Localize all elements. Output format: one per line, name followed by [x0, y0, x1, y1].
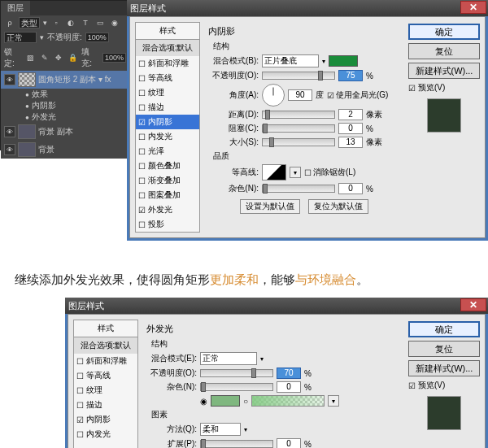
opacity-slider[interactable] — [200, 369, 273, 377]
layer-row-selected[interactable]: 👁 圆角矩形 2 副本 ▾ fx — [1, 71, 129, 89]
layer-row-bg[interactable]: 👁 背景 — [1, 141, 129, 159]
new-style-button[interactable]: 新建样式(W)... — [408, 360, 480, 376]
close-icon[interactable]: ✕ — [460, 298, 486, 311]
chevron-down-icon[interactable]: ▾ — [290, 167, 301, 178]
layer-thumb — [18, 72, 36, 87]
noise-input[interactable]: 0 — [338, 183, 363, 194]
preview-checkbox[interactable]: ☑预览(V) — [408, 380, 480, 391]
spread-input[interactable]: 0 — [277, 438, 301, 448]
blend-options[interactable]: 混合选项:默认 — [136, 40, 199, 56]
make-default-button[interactable]: 设置为默认值 — [240, 199, 300, 214]
cancel-button[interactable]: 复位 — [408, 341, 480, 357]
noise-slider[interactable] — [200, 383, 273, 391]
chevron-down-icon[interactable]: ▾ — [328, 395, 339, 407]
style-inner-glow[interactable]: 内发光 — [136, 129, 199, 144]
distance-input[interactable]: 2 — [338, 109, 363, 120]
visibility-icon[interactable]: 👁 — [4, 126, 15, 137]
deg-unit: 度 — [316, 89, 324, 101]
contour-picker[interactable] — [262, 164, 286, 181]
style-bevel[interactable]: 斜面和浮雕 — [74, 354, 137, 368]
style-stroke[interactable]: 描边 — [136, 100, 199, 115]
style-contour[interactable]: 等高线 — [136, 71, 199, 85]
noise-input[interactable]: 0 — [277, 381, 301, 393]
color-swatch[interactable] — [329, 55, 358, 67]
reset-default-button[interactable]: 复位为默认值 — [308, 199, 368, 214]
style-outer-glow[interactable]: 外发光 — [136, 202, 199, 217]
choke-input[interactable]: 0 — [338, 123, 363, 134]
layer-thumb — [18, 142, 36, 157]
opacity-label: 不透明度(O): — [146, 368, 197, 379]
filter-icon-5[interactable]: ◉ — [109, 17, 120, 28]
solid-radio[interactable]: ◉ — [200, 397, 207, 406]
antialias-checkbox[interactable]: ☐消除锯齿(L) — [304, 167, 355, 178]
preview-swatch — [427, 98, 461, 133]
gradient-picker[interactable] — [251, 395, 325, 407]
noise-slider[interactable] — [262, 185, 335, 193]
dialog-titlebar[interactable]: 图层样式 ✕ — [127, 0, 488, 16]
kind-select[interactable]: 类型 — [19, 17, 40, 28]
layers-tab[interactable]: 图层 — [1, 1, 30, 15]
outer-glow-panel: 外发光 结构 混合模式(E): 正常▾ 不透明度(O): 70 % 杂色(N):… — [143, 320, 403, 448]
spread-slider[interactable] — [200, 440, 273, 448]
distance-slider[interactable] — [262, 111, 335, 119]
glow-color-swatch[interactable] — [211, 395, 240, 407]
preview-checkbox[interactable]: ☑预览(V) — [408, 82, 480, 94]
gradient-radio[interactable]: ○ — [243, 397, 248, 406]
cancel-button[interactable]: 复位 — [408, 43, 480, 59]
style-inner-shadow[interactable]: 内阴影 — [74, 412, 137, 427]
style-inner-glow[interactable]: 内发光 — [74, 427, 137, 441]
visibility-icon[interactable]: 👁 — [4, 144, 15, 155]
angle-dial[interactable] — [262, 84, 285, 107]
style-color-overlay[interactable]: 颜色叠加 — [136, 159, 199, 173]
style-pattern-overlay[interactable]: 图案叠加 — [136, 188, 199, 202]
filter-icon-3[interactable]: T — [80, 17, 91, 28]
lock-icon-3[interactable]: ✥ — [53, 52, 63, 63]
elements-label: 图素 — [151, 409, 400, 420]
style-satin[interactable]: 光泽 — [136, 144, 199, 159]
pct-unit: % — [304, 440, 312, 449]
filter-icon-4[interactable]: ▭ — [94, 17, 106, 28]
dialog-title-text: 图层样式 — [68, 300, 104, 312]
blend-mode-select[interactable]: 正常 — [200, 352, 257, 365]
style-texture[interactable]: 纹理 — [136, 85, 199, 100]
global-light-checkbox[interactable]: ☑使用全局光(G) — [327, 89, 388, 101]
blend-mode-select[interactable]: 正片叠底 — [262, 54, 319, 67]
choke-label: 阻塞(C): — [208, 123, 259, 134]
size-slider[interactable] — [262, 138, 335, 146]
opacity-input[interactable]: 75 — [338, 70, 363, 81]
angle-input[interactable]: 90 — [288, 89, 312, 101]
ok-button[interactable]: 确定 — [408, 24, 480, 40]
method-select[interactable]: 柔和 — [200, 423, 241, 436]
lock-icon-4[interactable]: 🔒 — [68, 52, 78, 63]
style-bevel[interactable]: 斜面和浮雕 — [136, 56, 199, 71]
style-gradient-overlay[interactable]: 渐变叠加 — [136, 173, 199, 188]
style-texture[interactable]: 纹理 — [74, 383, 137, 398]
lock-icon-1[interactable]: ▨ — [25, 52, 36, 63]
new-style-button[interactable]: 新建样式(W)... — [408, 63, 480, 79]
opacity-value[interactable]: 100% — [85, 33, 109, 42]
dialog-titlebar[interactable]: 图层样式 ✕ — [65, 298, 488, 314]
filter-icon-2[interactable]: ◐ — [65, 17, 76, 28]
blend-select[interactable]: 正常 — [4, 32, 37, 43]
fx-header[interactable]: ●效果 — [1, 89, 129, 100]
choke-slider[interactable] — [262, 124, 335, 133]
fx-outer-glow[interactable]: ●外发光 — [1, 111, 129, 123]
layer-row-bgcopy[interactable]: 👁 背景 副本 — [1, 123, 129, 141]
ok-button[interactable]: 确定 — [408, 321, 480, 337]
size-input[interactable]: 13 — [338, 137, 363, 148]
close-icon[interactable]: ✕ — [460, 1, 486, 14]
filter-icon-1[interactable]: ▫ — [50, 17, 62, 28]
style-stroke[interactable]: 描边 — [74, 398, 137, 412]
section-title: 外发光 — [146, 323, 400, 335]
opacity-slider[interactable] — [262, 72, 335, 80]
style-inner-shadow[interactable]: 内阴影 — [136, 115, 199, 129]
fx-inner-shadow[interactable]: ●内阴影 — [1, 100, 129, 111]
layers-panel: 图层 ρ 类型 ▾ ▫ ◐ T ▭ ◉ 正常 ▾ 不透明度: 100% 锁定: … — [0, 0, 130, 150]
visibility-icon[interactable]: 👁 — [4, 74, 15, 85]
fill-value[interactable]: 100% — [102, 53, 126, 63]
lock-icon-2[interactable]: ✎ — [39, 52, 50, 63]
blend-options[interactable]: 混合选项:默认 — [74, 337, 137, 354]
opacity-input[interactable]: 70 — [277, 368, 301, 379]
style-contour[interactable]: 等高线 — [74, 368, 137, 383]
style-drop-shadow[interactable]: 投影 — [136, 217, 199, 232]
